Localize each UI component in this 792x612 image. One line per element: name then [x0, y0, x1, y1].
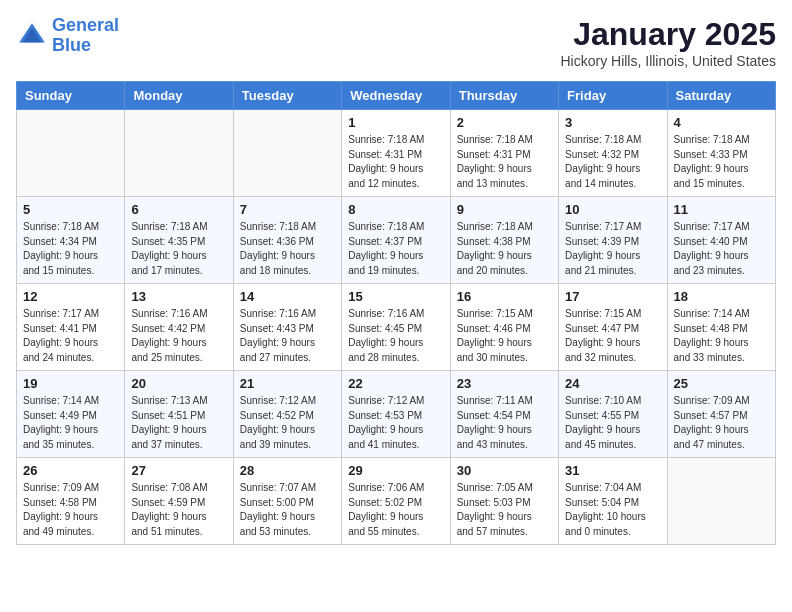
day-cell: 7Sunrise: 7:18 AM Sunset: 4:36 PM Daylig…	[233, 197, 341, 284]
day-info: Sunrise: 7:17 AM Sunset: 4:40 PM Dayligh…	[674, 220, 769, 278]
day-cell: 30Sunrise: 7:05 AM Sunset: 5:03 PM Dayli…	[450, 458, 558, 545]
day-cell: 27Sunrise: 7:08 AM Sunset: 4:59 PM Dayli…	[125, 458, 233, 545]
day-number: 9	[457, 202, 552, 217]
day-cell: 26Sunrise: 7:09 AM Sunset: 4:58 PM Dayli…	[17, 458, 125, 545]
day-number: 28	[240, 463, 335, 478]
day-info: Sunrise: 7:14 AM Sunset: 4:48 PM Dayligh…	[674, 307, 769, 365]
weekday-header-monday: Monday	[125, 82, 233, 110]
day-cell: 20Sunrise: 7:13 AM Sunset: 4:51 PM Dayli…	[125, 371, 233, 458]
weekday-header-row: SundayMondayTuesdayWednesdayThursdayFrid…	[17, 82, 776, 110]
day-number: 8	[348, 202, 443, 217]
week-row-1: 1Sunrise: 7:18 AM Sunset: 4:31 PM Daylig…	[17, 110, 776, 197]
day-cell: 28Sunrise: 7:07 AM Sunset: 5:00 PM Dayli…	[233, 458, 341, 545]
day-info: Sunrise: 7:18 AM Sunset: 4:38 PM Dayligh…	[457, 220, 552, 278]
day-cell: 5Sunrise: 7:18 AM Sunset: 4:34 PM Daylig…	[17, 197, 125, 284]
day-cell: 14Sunrise: 7:16 AM Sunset: 4:43 PM Dayli…	[233, 284, 341, 371]
day-info: Sunrise: 7:18 AM Sunset: 4:35 PM Dayligh…	[131, 220, 226, 278]
day-info: Sunrise: 7:06 AM Sunset: 5:02 PM Dayligh…	[348, 481, 443, 539]
day-number: 27	[131, 463, 226, 478]
day-info: Sunrise: 7:18 AM Sunset: 4:31 PM Dayligh…	[348, 133, 443, 191]
day-cell	[125, 110, 233, 197]
day-number: 19	[23, 376, 118, 391]
day-number: 4	[674, 115, 769, 130]
day-number: 12	[23, 289, 118, 304]
day-info: Sunrise: 7:13 AM Sunset: 4:51 PM Dayligh…	[131, 394, 226, 452]
weekday-header-saturday: Saturday	[667, 82, 775, 110]
weekday-header-friday: Friday	[559, 82, 667, 110]
day-cell: 11Sunrise: 7:17 AM Sunset: 4:40 PM Dayli…	[667, 197, 775, 284]
day-info: Sunrise: 7:04 AM Sunset: 5:04 PM Dayligh…	[565, 481, 660, 539]
day-info: Sunrise: 7:09 AM Sunset: 4:57 PM Dayligh…	[674, 394, 769, 452]
day-info: Sunrise: 7:17 AM Sunset: 4:39 PM Dayligh…	[565, 220, 660, 278]
day-cell	[667, 458, 775, 545]
day-number: 15	[348, 289, 443, 304]
day-info: Sunrise: 7:11 AM Sunset: 4:54 PM Dayligh…	[457, 394, 552, 452]
day-number: 29	[348, 463, 443, 478]
day-cell: 4Sunrise: 7:18 AM Sunset: 4:33 PM Daylig…	[667, 110, 775, 197]
logo-line1: General	[52, 15, 119, 35]
day-cell: 8Sunrise: 7:18 AM Sunset: 4:37 PM Daylig…	[342, 197, 450, 284]
day-info: Sunrise: 7:16 AM Sunset: 4:42 PM Dayligh…	[131, 307, 226, 365]
day-number: 17	[565, 289, 660, 304]
day-number: 6	[131, 202, 226, 217]
logo: General Blue	[16, 16, 119, 56]
day-info: Sunrise: 7:16 AM Sunset: 4:43 PM Dayligh…	[240, 307, 335, 365]
day-number: 2	[457, 115, 552, 130]
day-number: 24	[565, 376, 660, 391]
day-cell: 21Sunrise: 7:12 AM Sunset: 4:52 PM Dayli…	[233, 371, 341, 458]
weekday-header-sunday: Sunday	[17, 82, 125, 110]
day-info: Sunrise: 7:10 AM Sunset: 4:55 PM Dayligh…	[565, 394, 660, 452]
day-cell: 12Sunrise: 7:17 AM Sunset: 4:41 PM Dayli…	[17, 284, 125, 371]
day-number: 11	[674, 202, 769, 217]
day-cell: 23Sunrise: 7:11 AM Sunset: 4:54 PM Dayli…	[450, 371, 558, 458]
day-info: Sunrise: 7:07 AM Sunset: 5:00 PM Dayligh…	[240, 481, 335, 539]
day-info: Sunrise: 7:18 AM Sunset: 4:31 PM Dayligh…	[457, 133, 552, 191]
title-block: January 2025 Hickory Hills, Illinois, Un…	[560, 16, 776, 69]
day-number: 18	[674, 289, 769, 304]
day-info: Sunrise: 7:12 AM Sunset: 4:52 PM Dayligh…	[240, 394, 335, 452]
day-info: Sunrise: 7:16 AM Sunset: 4:45 PM Dayligh…	[348, 307, 443, 365]
day-cell: 6Sunrise: 7:18 AM Sunset: 4:35 PM Daylig…	[125, 197, 233, 284]
day-info: Sunrise: 7:15 AM Sunset: 4:47 PM Dayligh…	[565, 307, 660, 365]
week-row-3: 12Sunrise: 7:17 AM Sunset: 4:41 PM Dayli…	[17, 284, 776, 371]
day-cell: 15Sunrise: 7:16 AM Sunset: 4:45 PM Dayli…	[342, 284, 450, 371]
day-number: 14	[240, 289, 335, 304]
day-cell: 10Sunrise: 7:17 AM Sunset: 4:39 PM Dayli…	[559, 197, 667, 284]
day-number: 30	[457, 463, 552, 478]
day-cell	[17, 110, 125, 197]
day-number: 5	[23, 202, 118, 217]
day-info: Sunrise: 7:18 AM Sunset: 4:33 PM Dayligh…	[674, 133, 769, 191]
day-cell: 16Sunrise: 7:15 AM Sunset: 4:46 PM Dayli…	[450, 284, 558, 371]
day-cell: 9Sunrise: 7:18 AM Sunset: 4:38 PM Daylig…	[450, 197, 558, 284]
day-number: 26	[23, 463, 118, 478]
day-number: 1	[348, 115, 443, 130]
day-cell: 29Sunrise: 7:06 AM Sunset: 5:02 PM Dayli…	[342, 458, 450, 545]
day-cell: 17Sunrise: 7:15 AM Sunset: 4:47 PM Dayli…	[559, 284, 667, 371]
day-number: 25	[674, 376, 769, 391]
day-cell	[233, 110, 341, 197]
day-info: Sunrise: 7:18 AM Sunset: 4:37 PM Dayligh…	[348, 220, 443, 278]
day-number: 22	[348, 376, 443, 391]
day-cell: 31Sunrise: 7:04 AM Sunset: 5:04 PM Dayli…	[559, 458, 667, 545]
day-number: 7	[240, 202, 335, 217]
day-cell: 2Sunrise: 7:18 AM Sunset: 4:31 PM Daylig…	[450, 110, 558, 197]
day-info: Sunrise: 7:17 AM Sunset: 4:41 PM Dayligh…	[23, 307, 118, 365]
weekday-header-tuesday: Tuesday	[233, 82, 341, 110]
week-row-4: 19Sunrise: 7:14 AM Sunset: 4:49 PM Dayli…	[17, 371, 776, 458]
week-row-2: 5Sunrise: 7:18 AM Sunset: 4:34 PM Daylig…	[17, 197, 776, 284]
day-cell: 13Sunrise: 7:16 AM Sunset: 4:42 PM Dayli…	[125, 284, 233, 371]
day-number: 3	[565, 115, 660, 130]
day-cell: 22Sunrise: 7:12 AM Sunset: 4:53 PM Dayli…	[342, 371, 450, 458]
day-info: Sunrise: 7:05 AM Sunset: 5:03 PM Dayligh…	[457, 481, 552, 539]
day-number: 13	[131, 289, 226, 304]
weekday-header-thursday: Thursday	[450, 82, 558, 110]
day-number: 31	[565, 463, 660, 478]
logo-text: General Blue	[52, 16, 119, 56]
day-info: Sunrise: 7:15 AM Sunset: 4:46 PM Dayligh…	[457, 307, 552, 365]
day-info: Sunrise: 7:09 AM Sunset: 4:58 PM Dayligh…	[23, 481, 118, 539]
day-number: 21	[240, 376, 335, 391]
day-cell: 24Sunrise: 7:10 AM Sunset: 4:55 PM Dayli…	[559, 371, 667, 458]
calendar-table: SundayMondayTuesdayWednesdayThursdayFrid…	[16, 81, 776, 545]
page-header: General Blue January 2025 Hickory Hills,…	[16, 16, 776, 69]
week-row-5: 26Sunrise: 7:09 AM Sunset: 4:58 PM Dayli…	[17, 458, 776, 545]
